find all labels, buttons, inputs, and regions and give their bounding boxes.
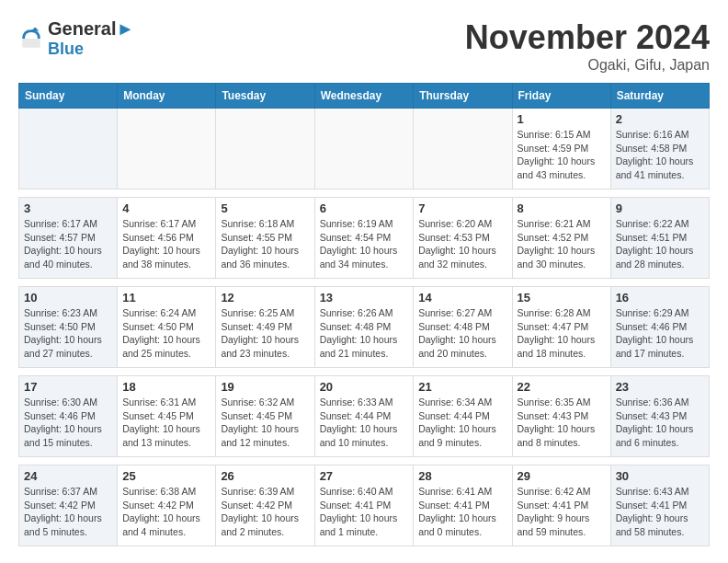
calendar-cell: 9Sunrise: 6:22 AM Sunset: 4:51 PM Daylig… — [610, 198, 709, 279]
calendar-cell: 15Sunrise: 6:28 AM Sunset: 4:47 PM Dayli… — [512, 287, 610, 368]
logo: General► Blue — [18, 18, 134, 59]
day-info: Sunrise: 6:25 AM Sunset: 4:49 PM Dayligh… — [221, 306, 309, 361]
day-number: 14 — [418, 291, 506, 304]
day-number: 24 — [24, 469, 112, 483]
day-info: Sunrise: 6:15 AM Sunset: 4:59 PM Dayligh… — [518, 128, 606, 182]
spacer-row — [19, 279, 710, 287]
day-number: 6 — [320, 201, 409, 215]
calendar-cell: 18Sunrise: 6:31 AM Sunset: 4:45 PM Dayli… — [118, 376, 216, 457]
calendar-cell: 24Sunrise: 6:37 AM Sunset: 4:42 PM Dayli… — [19, 465, 118, 546]
day-number: 20 — [320, 380, 409, 394]
calendar-cell: 1Sunrise: 6:15 AM Sunset: 4:59 PM Daylig… — [512, 109, 610, 190]
day-info: Sunrise: 6:23 AM Sunset: 4:50 PM Dayligh… — [24, 306, 112, 361]
calendar-cell: 23Sunrise: 6:36 AM Sunset: 4:43 PM Dayli… — [610, 376, 709, 457]
logo-icon — [18, 26, 44, 52]
day-number: 15 — [518, 291, 606, 304]
header-thursday: Thursday — [414, 84, 512, 109]
calendar-cell — [118, 109, 216, 190]
week-row-2: 3Sunrise: 6:17 AM Sunset: 4:57 PM Daylig… — [19, 198, 710, 279]
day-number: 11 — [122, 291, 210, 304]
spacer-cell — [19, 279, 710, 287]
day-info: Sunrise: 6:38 AM Sunset: 4:42 PM Dayligh… — [122, 485, 210, 539]
week-row-4: 17Sunrise: 6:30 AM Sunset: 4:46 PM Dayli… — [19, 376, 710, 457]
day-number: 16 — [616, 291, 704, 304]
calendar-cell: 12Sunrise: 6:25 AM Sunset: 4:49 PM Dayli… — [216, 287, 314, 368]
day-info: Sunrise: 6:18 AM Sunset: 4:55 PM Dayligh… — [221, 217, 309, 271]
calendar-cell — [19, 109, 118, 190]
day-number: 17 — [24, 380, 112, 394]
day-info: Sunrise: 6:34 AM Sunset: 4:44 PM Dayligh… — [418, 396, 506, 450]
day-info: Sunrise: 6:30 AM Sunset: 4:46 PM Dayligh… — [24, 396, 112, 450]
day-number: 25 — [122, 469, 210, 483]
calendar-table: SundayMondayTuesdayWednesdayThursdayFrid… — [18, 83, 710, 546]
calendar-cell: 25Sunrise: 6:38 AM Sunset: 4:42 PM Dayli… — [118, 465, 216, 546]
day-number: 30 — [616, 469, 704, 483]
day-info: Sunrise: 6:42 AM Sunset: 4:41 PM Dayligh… — [518, 485, 606, 539]
calendar-cell: 21Sunrise: 6:34 AM Sunset: 4:44 PM Dayli… — [414, 376, 512, 457]
calendar-cell: 2Sunrise: 6:16 AM Sunset: 4:58 PM Daylig… — [610, 109, 709, 190]
calendar-cell — [314, 109, 414, 190]
week-row-3: 10Sunrise: 6:23 AM Sunset: 4:50 PM Dayli… — [19, 287, 710, 368]
day-info: Sunrise: 6:21 AM Sunset: 4:52 PM Dayligh… — [518, 217, 606, 271]
day-number: 19 — [221, 380, 309, 394]
day-info: Sunrise: 6:28 AM Sunset: 4:47 PM Dayligh… — [518, 306, 606, 361]
day-info: Sunrise: 6:17 AM Sunset: 4:56 PM Dayligh… — [122, 217, 210, 271]
calendar-cell — [216, 109, 314, 190]
day-info: Sunrise: 6:37 AM Sunset: 4:42 PM Dayligh… — [24, 485, 112, 539]
calendar-cell: 22Sunrise: 6:35 AM Sunset: 4:43 PM Dayli… — [512, 376, 610, 457]
day-number: 18 — [122, 380, 210, 394]
header-wednesday: Wednesday — [314, 84, 414, 109]
header-row: SundayMondayTuesdayWednesdayThursdayFrid… — [19, 84, 710, 109]
month-title: November 2024 — [465, 18, 710, 57]
day-number: 12 — [221, 291, 309, 304]
day-number: 29 — [518, 469, 606, 483]
day-number: 28 — [418, 469, 506, 483]
location-subtitle: Ogaki, Gifu, Japan — [465, 57, 710, 74]
day-info: Sunrise: 6:31 AM Sunset: 4:45 PM Dayligh… — [122, 396, 210, 450]
day-number: 10 — [24, 291, 112, 304]
spacer-cell — [19, 190, 710, 198]
page-header: General► Blue November 2024 Ogaki, Gifu,… — [18, 18, 710, 74]
spacer-row — [19, 457, 710, 465]
calendar-cell: 13Sunrise: 6:26 AM Sunset: 4:48 PM Dayli… — [314, 287, 414, 368]
spacer-row — [19, 190, 710, 198]
svg-rect-0 — [22, 39, 40, 48]
day-number: 23 — [616, 380, 704, 394]
calendar-cell: 7Sunrise: 6:20 AM Sunset: 4:53 PM Daylig… — [414, 198, 512, 279]
header-tuesday: Tuesday — [216, 84, 314, 109]
calendar-cell: 26Sunrise: 6:39 AM Sunset: 4:42 PM Dayli… — [216, 465, 314, 546]
calendar-cell: 19Sunrise: 6:32 AM Sunset: 4:45 PM Dayli… — [216, 376, 314, 457]
day-number: 21 — [418, 380, 506, 394]
calendar-cell: 14Sunrise: 6:27 AM Sunset: 4:48 PM Dayli… — [414, 287, 512, 368]
day-number: 26 — [221, 469, 309, 483]
spacer-cell — [19, 457, 710, 465]
day-number: 9 — [616, 201, 704, 215]
calendar-header: SundayMondayTuesdayWednesdayThursdayFrid… — [19, 84, 710, 109]
day-info: Sunrise: 6:39 AM Sunset: 4:42 PM Dayligh… — [221, 485, 309, 539]
day-number: 27 — [320, 469, 409, 483]
calendar-cell: 11Sunrise: 6:24 AM Sunset: 4:50 PM Dayli… — [118, 287, 216, 368]
day-number: 4 — [122, 201, 210, 215]
day-info: Sunrise: 6:27 AM Sunset: 4:48 PM Dayligh… — [418, 306, 506, 361]
day-number: 3 — [24, 201, 112, 215]
day-number: 8 — [518, 201, 606, 215]
day-number: 22 — [518, 380, 606, 394]
day-info: Sunrise: 6:29 AM Sunset: 4:46 PM Dayligh… — [616, 306, 704, 361]
day-info: Sunrise: 6:35 AM Sunset: 4:43 PM Dayligh… — [518, 396, 606, 450]
day-info: Sunrise: 6:20 AM Sunset: 4:53 PM Dayligh… — [418, 217, 506, 271]
day-info: Sunrise: 6:40 AM Sunset: 4:41 PM Dayligh… — [320, 485, 409, 539]
logo-text: General► Blue — [48, 18, 134, 59]
day-info: Sunrise: 6:17 AM Sunset: 4:57 PM Dayligh… — [24, 217, 112, 271]
header-monday: Monday — [118, 84, 216, 109]
calendar-cell: 30Sunrise: 6:43 AM Sunset: 4:41 PM Dayli… — [610, 465, 709, 546]
day-info: Sunrise: 6:19 AM Sunset: 4:54 PM Dayligh… — [320, 217, 409, 271]
calendar-cell: 28Sunrise: 6:41 AM Sunset: 4:41 PM Dayli… — [414, 465, 512, 546]
day-info: Sunrise: 6:41 AM Sunset: 4:41 PM Dayligh… — [418, 485, 506, 539]
calendar-cell: 29Sunrise: 6:42 AM Sunset: 4:41 PM Dayli… — [512, 465, 610, 546]
calendar-cell: 4Sunrise: 6:17 AM Sunset: 4:56 PM Daylig… — [118, 198, 216, 279]
calendar-cell: 8Sunrise: 6:21 AM Sunset: 4:52 PM Daylig… — [512, 198, 610, 279]
day-info: Sunrise: 6:43 AM Sunset: 4:41 PM Dayligh… — [616, 485, 704, 539]
day-number: 5 — [221, 201, 309, 215]
calendar-cell — [414, 109, 512, 190]
header-sunday: Sunday — [19, 84, 118, 109]
